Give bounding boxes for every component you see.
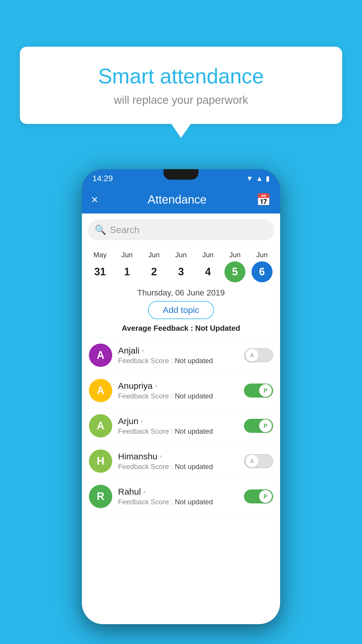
student-name[interactable]: Anupriya › bbox=[118, 381, 238, 391]
screen-content: 🔍 Search May31Jun1Jun2Jun3Jun4Jun5Jun6 T… bbox=[82, 214, 280, 624]
status-icons: ▼ ▲ ▮ bbox=[246, 174, 270, 183]
cal-date[interactable]: 6 bbox=[252, 261, 273, 282]
attendance-toggle[interactable]: A bbox=[244, 348, 273, 362]
signal-icon: ▲ bbox=[256, 174, 263, 183]
cal-day-3[interactable]: Jun3 bbox=[169, 251, 193, 282]
feedback-value: Not updated bbox=[175, 392, 213, 400]
feedback-score: Feedback Score : Not updated bbox=[118, 392, 238, 400]
cal-date[interactable]: 31 bbox=[89, 261, 110, 282]
student-name[interactable]: Anjali › bbox=[118, 346, 238, 356]
search-bar[interactable]: 🔍 Search bbox=[88, 219, 274, 240]
chevron-icon: › bbox=[142, 347, 144, 354]
cal-day-1[interactable]: Jun1 bbox=[115, 251, 139, 282]
calendar-icon[interactable]: 📅 bbox=[256, 193, 271, 206]
attendance-toggle[interactable]: P bbox=[244, 384, 273, 398]
avg-feedback-label: Average Feedback : bbox=[122, 324, 195, 332]
bubble-title: Smart attendance bbox=[31, 64, 331, 88]
student-info: Anjali ›Feedback Score : Not updated bbox=[118, 346, 238, 365]
chevron-icon: › bbox=[155, 382, 157, 390]
chevron-icon: › bbox=[160, 453, 162, 460]
attendance-toggle[interactable]: P bbox=[244, 419, 273, 433]
student-item[interactable]: HHimanshu ›Feedback Score : Not updatedA bbox=[82, 444, 280, 479]
student-info: Anupriya ›Feedback Score : Not updated bbox=[118, 381, 238, 400]
cal-day-0[interactable]: May31 bbox=[88, 251, 112, 282]
cal-month: Jun bbox=[175, 251, 187, 259]
attendance-toggle[interactable]: A bbox=[244, 454, 273, 468]
student-item[interactable]: AAnupriya ›Feedback Score : Not updatedP bbox=[82, 373, 280, 408]
cal-date[interactable]: 5 bbox=[224, 261, 245, 282]
avatar: A bbox=[89, 344, 112, 367]
feedback-value: Not updated bbox=[175, 498, 213, 506]
close-icon[interactable]: × bbox=[91, 193, 98, 206]
cal-month: Jun bbox=[229, 251, 241, 259]
app-bar: × Attendance 📅 bbox=[82, 186, 280, 214]
search-placeholder: Search bbox=[110, 225, 139, 235]
search-icon: 🔍 bbox=[95, 224, 106, 235]
avg-feedback-value: Not Updated bbox=[195, 324, 240, 332]
student-item[interactable]: AArjun ›Feedback Score : Not updatedP bbox=[82, 408, 280, 444]
cal-month: Jun bbox=[121, 251, 133, 259]
toggle-knob: A bbox=[246, 455, 259, 468]
feedback-score: Feedback Score : Not updated bbox=[118, 357, 238, 365]
cal-date[interactable]: 4 bbox=[198, 261, 219, 282]
toggle-knob: P bbox=[259, 419, 272, 432]
avatar: R bbox=[89, 485, 112, 508]
toggle-knob: P bbox=[259, 384, 272, 397]
cal-day-4[interactable]: Jun4 bbox=[196, 251, 220, 282]
student-name[interactable]: Himanshu › bbox=[118, 452, 238, 461]
student-info: Arjun ›Feedback Score : Not updated bbox=[118, 416, 238, 435]
cal-month: Jun bbox=[148, 251, 160, 259]
student-item[interactable]: AAnjali ›Feedback Score : Not updatedA bbox=[82, 338, 280, 373]
phone-notch bbox=[164, 169, 198, 180]
cal-month: Jun bbox=[256, 251, 268, 259]
speech-bubble-container: Smart attendance will replace your paper… bbox=[20, 47, 342, 124]
avatar: A bbox=[89, 379, 112, 402]
avatar: A bbox=[89, 414, 112, 438]
app-bar-title: Attendance bbox=[147, 193, 206, 206]
attendance-toggle[interactable]: P bbox=[244, 489, 273, 503]
battery-icon: ▮ bbox=[266, 174, 270, 183]
feedback-value: Not updated bbox=[175, 463, 213, 470]
wifi-icon: ▼ bbox=[246, 174, 253, 183]
feedback-score: Feedback Score : Not updated bbox=[118, 427, 238, 435]
cal-month: May bbox=[94, 251, 107, 259]
chevron-icon: › bbox=[143, 488, 145, 496]
student-name[interactable]: Rahul › bbox=[118, 487, 238, 497]
phone-wrapper: 14:29 ▼ ▲ ▮ × Attendance 📅 🔍 Search May3… bbox=[20, 169, 342, 624]
add-topic-button[interactable]: Add topic bbox=[148, 301, 214, 319]
bubble-subtitle: will replace your paperwork bbox=[31, 94, 331, 106]
chevron-icon: › bbox=[141, 417, 143, 425]
feedback-value: Not updated bbox=[175, 357, 213, 365]
phone: 14:29 ▼ ▲ ▮ × Attendance 📅 🔍 Search May3… bbox=[82, 169, 280, 624]
cal-date[interactable]: 3 bbox=[171, 261, 191, 282]
cal-date[interactable]: 1 bbox=[117, 261, 138, 282]
cal-month: Jun bbox=[202, 251, 214, 259]
feedback-value: Not updated bbox=[175, 427, 213, 435]
avatar: H bbox=[89, 449, 112, 473]
toggle-knob: P bbox=[259, 490, 272, 503]
avg-feedback: Average Feedback : Not Updated bbox=[82, 324, 280, 333]
selected-date-label: Thursday, 06 June 2019 bbox=[82, 288, 280, 298]
student-info: Himanshu ›Feedback Score : Not updated bbox=[118, 452, 238, 471]
cal-day-2[interactable]: Jun2 bbox=[142, 251, 166, 282]
feedback-score: Feedback Score : Not updated bbox=[118, 498, 238, 506]
calendar-row: May31Jun1Jun2Jun3Jun4Jun5Jun6 bbox=[82, 246, 280, 282]
student-info: Rahul ›Feedback Score : Not updated bbox=[118, 487, 238, 506]
student-list: AAnjali ›Feedback Score : Not updatedAAA… bbox=[82, 338, 280, 514]
cal-day-6[interactable]: Jun6 bbox=[250, 251, 274, 282]
student-name[interactable]: Arjun › bbox=[118, 416, 238, 426]
speech-bubble: Smart attendance will replace your paper… bbox=[20, 47, 342, 124]
cal-day-5[interactable]: Jun5 bbox=[223, 251, 247, 282]
cal-date[interactable]: 2 bbox=[143, 261, 164, 282]
student-item[interactable]: RRahul ›Feedback Score : Not updatedP bbox=[82, 479, 280, 514]
toggle-knob: A bbox=[246, 349, 259, 362]
feedback-score: Feedback Score : Not updated bbox=[118, 463, 238, 471]
status-time: 14:29 bbox=[92, 174, 113, 183]
